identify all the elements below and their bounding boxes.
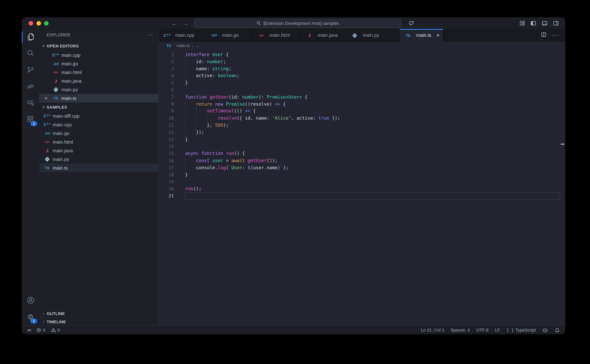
status-text: Spaces: 4 (451, 328, 470, 332)
token: => (245, 108, 253, 114)
tab-main.java[interactable]: Jmain.java (301, 29, 346, 42)
activity-bar-spacer (22, 128, 39, 292)
open-editor-main.py[interactable]: main.py (39, 85, 159, 94)
close-icon[interactable]: ✕ (434, 33, 440, 38)
code-line-14[interactable]: 14 (159, 143, 565, 150)
open-editor-main.ts[interactable]: ✕TSmain.ts (39, 94, 159, 103)
code-line-7[interactable]: 7function getUser(id: number): Promise<U… (159, 93, 565, 101)
code-line-9[interactable]: 9setTimeout(() => { (159, 108, 565, 115)
code-line-18[interactable]: 18} (159, 171, 565, 178)
code-line-10[interactable]: 10resolve({ id, name: "Alice", active: t… (159, 115, 565, 122)
section-samples[interactable]: ∨ SAMPLES (39, 103, 159, 112)
file-main.java[interactable]: Jmain.java (39, 146, 159, 155)
tab-main.py[interactable]: main.py (346, 29, 400, 42)
activity-bar-item-search[interactable] (22, 46, 39, 62)
error[interactable]: 0 (36, 327, 46, 333)
code-line-15[interactable]: 15async function run() { (159, 150, 565, 157)
code-line-20[interactable]: 20run(); (159, 185, 565, 192)
close-icon[interactable]: ✕ (44, 96, 50, 100)
open-editor-main.html[interactable]: <>main.html (39, 68, 159, 77)
tab-label: main.py (363, 33, 379, 38)
file-main.cpp[interactable]: C⁺⁺main.cpp (39, 120, 159, 129)
line-number: 8 (159, 101, 174, 108)
copilot-chat-icon (409, 20, 415, 26)
eol[interactable]: LF (495, 328, 500, 332)
remote[interactable]: >< (27, 328, 31, 332)
code-line-8[interactable]: 8return new Promise((resolve) => { (159, 101, 565, 108)
line-content: } (185, 136, 188, 143)
go-file-icon: -GO (44, 131, 50, 135)
forward-icon[interactable]: → (183, 20, 189, 26)
tab-main.ts[interactable]: TSmain.ts✕ (400, 29, 443, 42)
encoding[interactable]: UTF-8 (476, 328, 489, 332)
tab-main.html[interactable]: <>main.html (253, 29, 301, 42)
code-line-4[interactable]: 4active: boolean; (159, 72, 565, 79)
language-mode[interactable]: { }TypeScript (506, 328, 536, 332)
code-line-6[interactable]: 6 (159, 86, 565, 93)
code-line-16[interactable]: 16const user = await getUser(1); (159, 157, 565, 164)
file-main.ts[interactable]: TSmain.ts (39, 163, 159, 172)
more-actions-icon[interactable]: ⋯ (148, 32, 153, 38)
activity-bar-item-run-and-debug[interactable] (22, 78, 39, 95)
token: } (278, 165, 280, 170)
code-line-13[interactable]: 13} (159, 136, 565, 143)
token: : (267, 116, 272, 121)
activity-bar-item-explorer[interactable] (22, 29, 39, 46)
more-actions-icon[interactable]: ··· (552, 32, 559, 39)
open-editors-list: C⁺⁺main.cpp-GOmain.go<>main.htmlJmain.ja… (39, 51, 159, 103)
file-main.py[interactable]: main.py (39, 155, 159, 163)
code-line-1[interactable]: 1interface User { (159, 51, 565, 58)
token: run (226, 151, 234, 156)
toggle-secondary-sidebar-icon[interactable] (553, 20, 559, 26)
code-line-2[interactable]: 2id: number; (159, 58, 565, 65)
code-line-5[interactable]: 5} (159, 79, 565, 87)
minimize-window-button[interactable] (36, 21, 41, 25)
activity-bar-item-extensions[interactable]: 1 (22, 111, 39, 128)
activity-bar-item-source-control[interactable] (22, 62, 39, 78)
file-main.go[interactable]: -GOmain.go (39, 129, 159, 137)
code-line-3[interactable]: 3name: string; (159, 65, 565, 72)
breadcrumb[interactable]: TS main.ts › … (159, 42, 565, 49)
cursor-position[interactable]: Ln 21, Col 1 (421, 328, 444, 332)
token: active (297, 116, 313, 121)
code-line-17[interactable]: 17console.log(`User: ${user.name}`); (159, 164, 565, 171)
close-window-button[interactable] (29, 21, 33, 25)
open-editor-main.cpp[interactable]: C⁺⁺main.cpp (39, 51, 159, 59)
activity-bar-item-settings[interactable]: ⚙1 (22, 309, 39, 326)
customize-layout-icon[interactable] (519, 20, 525, 26)
token: run (185, 186, 193, 191)
indent-guide (185, 164, 196, 171)
section-open-editors[interactable]: ∨ OPEN EDITORS (39, 41, 159, 51)
open-editor-main.java[interactable]: Jmain.java (39, 77, 159, 85)
code-editor[interactable]: 1interface User {2id: number;3name: stri… (159, 49, 565, 325)
command-center-search[interactable]: [Extension Development Host] samples (194, 19, 402, 28)
file-main-diff.cpp[interactable]: C⁺⁺main-diff.cpp (39, 111, 159, 120)
notifications[interactable] (555, 327, 560, 333)
line-number: 15 (159, 150, 174, 157)
file-name: main.go (53, 131, 69, 136)
section-timeline[interactable]: › TIMELINE (39, 318, 159, 326)
indentation[interactable]: Spaces: 4 (451, 328, 470, 332)
go-file-icon: -GO (53, 62, 59, 65)
warning[interactable]: 0 (51, 327, 60, 333)
search-icon (27, 49, 35, 59)
zoom-window-button[interactable] (44, 21, 49, 25)
back-icon[interactable]: ← (172, 20, 177, 26)
line-content: } (185, 79, 188, 87)
code-line-12[interactable]: 12}); (159, 129, 565, 136)
toggle-primary-sidebar-icon[interactable] (530, 20, 537, 26)
toggle-panel-icon[interactable] (541, 20, 548, 26)
copilot-status[interactable] (542, 327, 548, 333)
section-outline[interactable]: › OUTLINE (39, 309, 159, 318)
code-line-19[interactable]: 19 (159, 178, 565, 185)
tab-main.go[interactable]: -GOmain.go (206, 29, 253, 42)
activity-bar-item-accounts[interactable] (22, 292, 39, 309)
open-editor-main.go[interactable]: -GOmain.go (39, 59, 159, 68)
warning-icon (51, 327, 56, 333)
split-editor-icon[interactable] (541, 32, 547, 39)
code-line-11[interactable]: 11}, 500); (159, 122, 565, 129)
activity-bar-item-chat[interactable] (22, 95, 39, 111)
file-main.html[interactable]: <>main.html (39, 137, 159, 146)
tab-main.cpp[interactable]: C⁺⁺main.cpp (159, 29, 206, 42)
copilot-chat-button[interactable]: ⌄ (409, 17, 419, 29)
